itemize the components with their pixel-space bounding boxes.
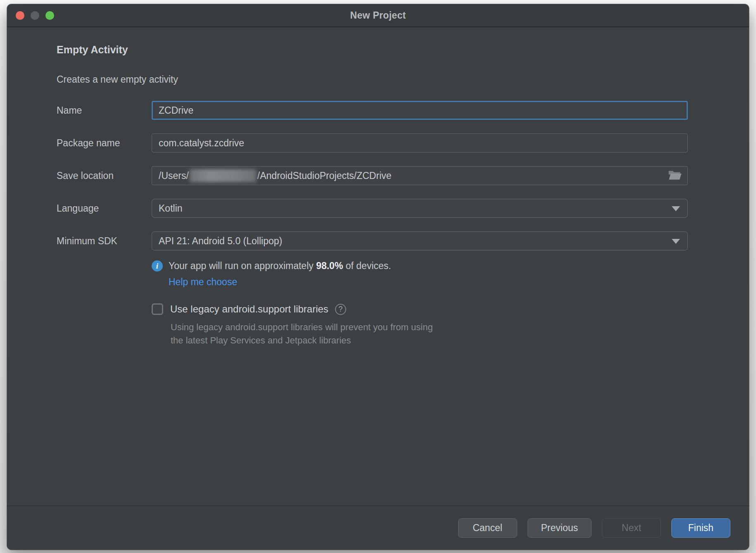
name-value: ZCDrive bbox=[159, 105, 193, 116]
next-button: Next bbox=[602, 518, 661, 538]
chevron-down-icon bbox=[672, 206, 680, 211]
page-title: Empty Activity bbox=[57, 44, 688, 56]
legacy-checkbox-row: Use legacy android.support libraries ? bbox=[152, 303, 688, 315]
package-row: Package name com.catalyst.zcdrive bbox=[57, 133, 688, 153]
legacy-checkbox-label: Use legacy android.support libraries bbox=[170, 303, 328, 315]
name-row: Name ZCDrive bbox=[57, 101, 688, 120]
min-sdk-label: Minimum SDK bbox=[57, 236, 152, 247]
info-icon: i bbox=[152, 260, 163, 272]
new-project-dialog: New Project Empty Activity Creates a new… bbox=[7, 4, 749, 550]
language-select[interactable]: Kotlin bbox=[152, 199, 688, 218]
previous-button[interactable]: Previous bbox=[528, 518, 592, 538]
legacy-helper-text: Using legacy android.support libraries w… bbox=[171, 321, 688, 347]
finish-button[interactable]: Finish bbox=[671, 518, 730, 538]
page-subtitle: Creates a new empty activity bbox=[57, 74, 688, 85]
dialog-button-bar: Cancel Previous Next Finish bbox=[7, 505, 749, 550]
save-location-label: Save location bbox=[57, 170, 152, 181]
traffic-lights bbox=[16, 4, 54, 26]
redacted-username bbox=[190, 169, 257, 182]
minimize-button bbox=[31, 11, 39, 20]
legacy-helper-line2: the latest Play Services and Jetpack lib… bbox=[171, 334, 688, 347]
device-percent: 98.0% bbox=[316, 260, 343, 271]
min-sdk-row: Minimum SDK API 21: Android 5.0 (Lollipo… bbox=[57, 231, 688, 250]
save-path-prefix: /Users/ bbox=[159, 170, 189, 181]
window-title: New Project bbox=[350, 10, 406, 21]
min-sdk-value: API 21: Android 5.0 (Lollipop) bbox=[159, 236, 282, 247]
save-location-row: Save location /Users/ /AndroidStudioProj… bbox=[57, 166, 688, 185]
chevron-down-icon bbox=[672, 239, 680, 244]
help-me-choose-link[interactable]: Help me choose bbox=[169, 276, 237, 288]
zoom-button[interactable] bbox=[45, 11, 54, 20]
help-icon[interactable]: ? bbox=[335, 304, 346, 315]
browse-folder-button[interactable] bbox=[667, 169, 683, 183]
language-row: Language Kotlin bbox=[57, 199, 688, 218]
legacy-support-checkbox[interactable] bbox=[152, 303, 163, 315]
open-folder-icon bbox=[668, 169, 682, 182]
legacy-helper-line1: Using legacy android.support libraries w… bbox=[171, 321, 688, 334]
sdk-info-text: Your app will run on approximately 98.0%… bbox=[169, 260, 391, 272]
language-label: Language bbox=[57, 203, 152, 214]
cancel-button[interactable]: Cancel bbox=[458, 518, 517, 538]
name-label: Name bbox=[57, 105, 152, 116]
title-bar: New Project bbox=[7, 4, 749, 27]
legacy-support-block: Use legacy android.support libraries ? U… bbox=[152, 303, 688, 347]
sdk-info-block: i Your app will run on approximately 98.… bbox=[152, 260, 688, 288]
package-input[interactable]: com.catalyst.zcdrive bbox=[152, 133, 688, 153]
package-label: Package name bbox=[57, 138, 152, 149]
close-button[interactable] bbox=[16, 11, 24, 20]
language-value: Kotlin bbox=[159, 203, 183, 214]
save-path-suffix: /AndroidStudioProjects/ZCDrive bbox=[257, 170, 392, 181]
package-value: com.catalyst.zcdrive bbox=[159, 138, 244, 149]
dialog-content: Empty Activity Creates a new empty activ… bbox=[7, 27, 749, 505]
save-location-input[interactable]: /Users/ /AndroidStudioProjects/ZCDrive bbox=[152, 166, 688, 185]
name-input[interactable]: ZCDrive bbox=[152, 101, 688, 120]
min-sdk-select[interactable]: API 21: Android 5.0 (Lollipop) bbox=[152, 231, 688, 250]
sdk-info-line: i Your app will run on approximately 98.… bbox=[152, 260, 688, 272]
